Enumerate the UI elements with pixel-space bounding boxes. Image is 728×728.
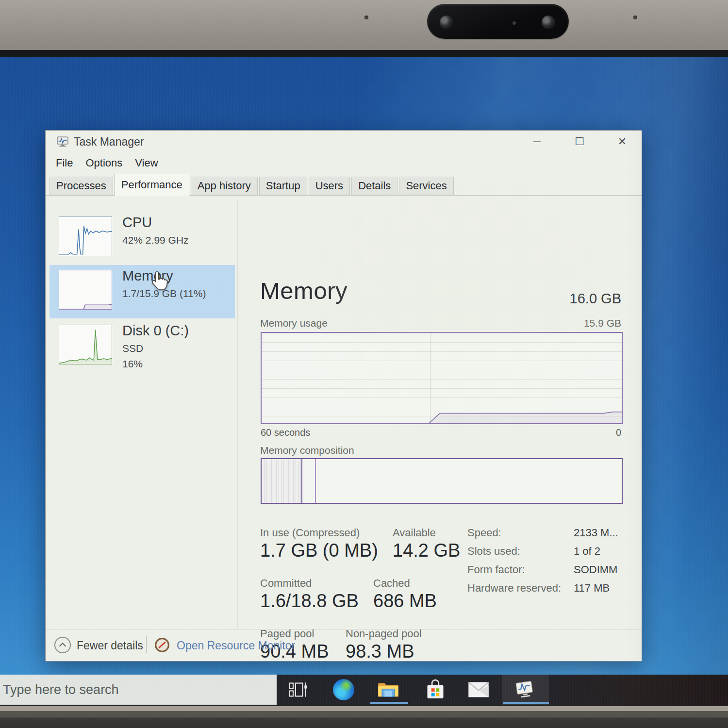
performance-content: CPU 42% 2.99 GHz Memory 1.7/15.9 GB (11%… <box>46 196 642 629</box>
tab-startup[interactable]: Startup <box>259 177 307 195</box>
stat-value-committed: 1.6/18.8 GB <box>260 591 359 612</box>
memory-usage-label: Memory usage <box>260 317 328 329</box>
tab-processes[interactable]: Processes <box>50 177 113 195</box>
taskbar: Type here to search <box>0 675 728 705</box>
tab-performance[interactable]: Performance <box>115 174 189 196</box>
webcam-lens-icon <box>440 16 453 29</box>
fewer-details-label[interactable]: Fewer details <box>77 639 143 652</box>
tab-bar: Processes Performance App history Startu… <box>46 173 642 196</box>
sidebar-item-memory[interactable]: Memory 1.7/15.9 GB (11%) <box>50 265 235 318</box>
footer-divider <box>146 636 147 653</box>
stat-label: Available <box>393 527 436 539</box>
stat-label: In use (Compressed) <box>260 527 360 539</box>
memory-composition-bar <box>261 458 623 504</box>
mail-icon[interactable] <box>468 679 489 700</box>
tab-services[interactable]: Services <box>399 177 453 195</box>
page-title: Memory <box>260 277 347 304</box>
microphone-hole <box>364 16 368 19</box>
cpu-stats: 42% 2.99 GHz <box>122 234 189 246</box>
memory-sparkline <box>59 270 112 310</box>
detail-label: Speed: <box>467 527 501 539</box>
cpu-title: CPU <box>122 215 189 231</box>
composition-in-use-segment <box>262 459 302 503</box>
task-manager-window: Task Manager ─ ☐ ✕ File Options View Pro… <box>45 130 642 662</box>
disk-title: Disk 0 (C:) <box>122 323 189 339</box>
sidebar-item-cpu[interactable]: CPU 42% 2.99 GHz <box>50 212 235 263</box>
memory-total: 16.0 GB <box>570 291 621 307</box>
stat-value-in-use: 1.7 GB (0 MB) <box>260 540 378 561</box>
laptop-bottom-bezel <box>0 705 728 728</box>
file-explorer-icon[interactable] <box>378 679 399 700</box>
panel-divider <box>237 200 238 629</box>
disk-sparkline <box>59 325 112 364</box>
search-placeholder: Type here to search <box>0 682 119 697</box>
tab-app-history[interactable]: App history <box>191 177 258 195</box>
memory-usage-max: 15.9 GB <box>584 317 621 329</box>
fewer-details-button[interactable] <box>54 637 71 653</box>
memory-usage-chart-svg <box>262 333 622 423</box>
webcam-module <box>427 4 569 39</box>
detail-value-slots: 1 of 2 <box>574 545 600 558</box>
chevron-up-icon <box>59 643 66 649</box>
task-manager-app-icon <box>56 136 69 147</box>
microphone-hole <box>633 16 637 19</box>
menu-view[interactable]: View <box>129 154 164 172</box>
detail-value-speed: 2133 M... <box>574 527 618 539</box>
memory-composition-label: Memory composition <box>260 445 354 456</box>
store-icon[interactable] <box>425 679 446 700</box>
detail-label: Hardware reserved: <box>467 582 561 595</box>
minimize-button[interactable]: ─ <box>526 133 547 150</box>
stat-label: Committed <box>260 577 312 590</box>
detail-label: Slots used: <box>467 545 520 558</box>
titlebar[interactable]: Task Manager ─ ☐ ✕ <box>46 131 642 153</box>
hand-cursor-icon <box>149 269 171 294</box>
open-app-indicator <box>503 702 549 704</box>
task-view-icon[interactable] <box>288 679 309 700</box>
stat-value-cached: 686 MB <box>373 591 437 612</box>
maximize-button[interactable]: ☐ <box>569 133 590 150</box>
cpu-sparkline <box>59 216 112 256</box>
menu-file[interactable]: File <box>50 154 79 172</box>
composition-modified-divider <box>315 459 316 503</box>
resource-monitor-icon <box>154 637 170 653</box>
menu-options[interactable]: Options <box>79 154 129 172</box>
edge-icon[interactable] <box>333 679 354 700</box>
open-resource-monitor-link[interactable]: Open Resource Monitor <box>177 639 295 652</box>
webcam-ir-lens-icon <box>542 16 555 29</box>
timeline-left-label: 60 seconds <box>261 427 310 438</box>
webcam-sensor-icon <box>513 21 516 25</box>
stat-value-available: 14.2 GB <box>393 540 460 561</box>
open-app-indicator <box>370 702 408 704</box>
window-footer: Fewer details Open Resource Monitor <box>46 629 642 662</box>
close-button[interactable]: ✕ <box>612 133 633 150</box>
search-input[interactable]: Type here to search <box>0 675 277 705</box>
menu-bar: File Options View <box>50 154 165 172</box>
detail-value-form-factor: SODIMM <box>574 563 617 576</box>
sidebar-item-disk[interactable]: Disk 0 (C:) SSD 16% <box>50 320 235 377</box>
disk-type: SSD <box>122 343 189 354</box>
timeline-right-label: 0 <box>616 427 621 438</box>
window-title: Task Manager <box>74 135 144 149</box>
detail-label: Form factor: <box>467 563 525 576</box>
laptop-top-bezel <box>0 0 728 57</box>
stat-label: Cached <box>373 577 410 590</box>
disk-stats: 16% <box>122 358 189 370</box>
task-manager-taskbar-icon[interactable] <box>514 679 536 700</box>
laptop-photo: Task Manager ─ ☐ ✕ File Options View Pro… <box>0 0 728 728</box>
tab-users[interactable]: Users <box>309 177 350 195</box>
tab-details[interactable]: Details <box>351 177 397 195</box>
detail-value-hw-reserved: 117 MB <box>574 582 610 595</box>
desktop: Task Manager ─ ☐ ✕ File Options View Pro… <box>0 57 728 705</box>
memory-usage-chart <box>261 332 623 424</box>
